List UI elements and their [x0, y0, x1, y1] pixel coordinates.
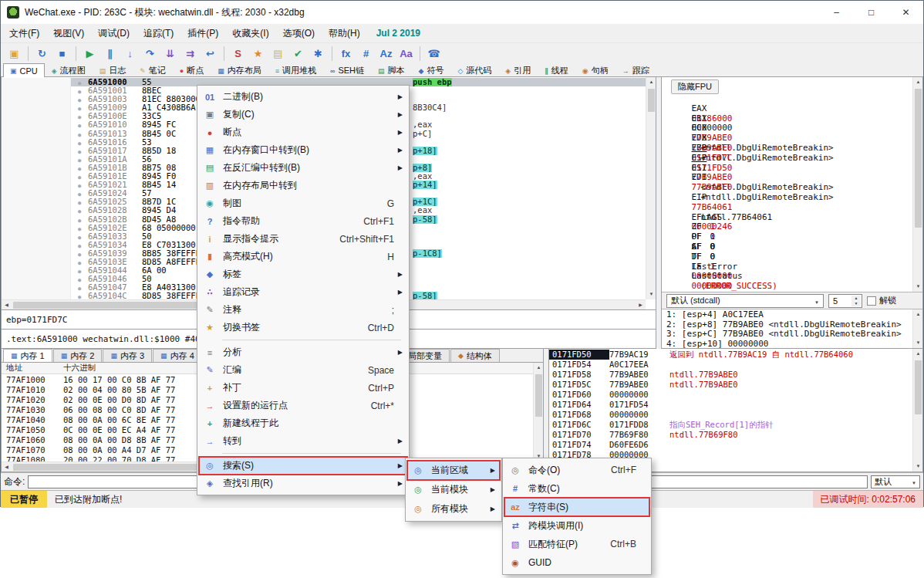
breakpoint-dot-icon[interactable] [71, 275, 88, 283]
menubar-options[interactable]: 选项(O) [276, 24, 322, 42]
run-button[interactable]: ▶ [80, 45, 99, 63]
menu-item-search-pattern[interactable]: ▧ 匹配特征(P) Ctrl+B [504, 535, 649, 553]
menu-item-search-intermodular-calls[interactable]: ⇄ 跨模块调用(I) [504, 516, 649, 535]
tab-log[interactable]: ▤ 日志 [93, 63, 133, 77]
menu-item-patch[interactable]: + 补丁 Ctrl+P [199, 379, 407, 397]
breakpoint-dot-icon[interactable] [71, 103, 88, 112]
menu-item-instruction-help[interactable]: ? 指令帮助 Ctrl+F1 [199, 212, 407, 230]
tab-dump-4[interactable]: ▦ 内存 4 [153, 349, 202, 362]
patterns-button[interactable]: # [356, 45, 376, 63]
register-row[interactable]: EAX 01186000 [671, 94, 912, 104]
menu-item-current-module[interactable]: ◎ 当前模块 ▶ [407, 480, 500, 499]
breakpoint-dot-icon[interactable] [71, 181, 88, 189]
breakpoint-dot-icon[interactable] [71, 78, 88, 86]
step-into-button[interactable]: ↓ [120, 45, 140, 63]
argument-count-spinner[interactable]: 5 [828, 294, 862, 308]
menu-item-breakpoint[interactable]: ● 断点 ▶ [199, 123, 407, 141]
scroll-down-arrow[interactable] [913, 338, 922, 348]
breakpoint-dot-icon[interactable] [71, 198, 88, 206]
menubar-plugins[interactable]: 插件(P) [180, 24, 225, 42]
arguments-vscrollbar[interactable] [912, 309, 922, 348]
tab-references[interactable]: ◈ 引用 [498, 63, 538, 77]
menu-item-analysis[interactable]: ≡ 分析 ▶ [199, 343, 407, 361]
scroll-left-arrow[interactable] [2, 300, 12, 310]
breakpoint-dot-icon[interactable] [71, 95, 88, 103]
breakpoint-dot-icon[interactable] [71, 147, 88, 155]
execute-till-return-button[interactable]: ↩ [201, 45, 220, 63]
menubar-file[interactable]: 文件(F) [2, 24, 46, 42]
breakpoint-dot-icon[interactable] [71, 283, 88, 292]
pause-button[interactable]: ∥ [100, 45, 120, 63]
tab-dump-2[interactable]: ▦ 内存 2 [53, 349, 103, 362]
step-over-button[interactable]: ↷ [140, 45, 160, 63]
argument-line[interactable]: 3: [esp+C] 77B9ABE0 <ntdll.DbgUiRemoteBr… [666, 330, 912, 340]
tab-trace[interactable]: → 跟踪 [615, 63, 656, 77]
minimize-button[interactable]: – [819, 1, 854, 24]
tab-graph[interactable]: ◈ 流程图 [45, 63, 93, 77]
stack-row[interactable]: 0171FD60 00000000 [549, 390, 922, 400]
breakpoint-dot-icon[interactable] [71, 189, 88, 198]
breakpoint-dot-icon[interactable] [71, 258, 88, 266]
menu-item-follow-in-memory-map[interactable]: ▥ 在内存布局中转到 [199, 177, 407, 194]
menu-item-trace-record[interactable]: ∴ 追踪记录 ▶ [199, 283, 407, 301]
breakpoint-dot-icon[interactable] [71, 120, 88, 129]
breakpoint-dot-icon[interactable] [71, 249, 88, 258]
menu-item-goto[interactable]: → 转到 ▶ [199, 432, 407, 450]
breakpoint-dot-icon[interactable] [71, 172, 88, 181]
preferences-button[interactable]: ✔ [288, 45, 308, 63]
tab-symbols[interactable]: ◆ 符号 [412, 63, 451, 77]
disassembly-vscrollbar[interactable] [646, 77, 656, 299]
breakpoint-dot-icon[interactable] [71, 206, 88, 215]
scroll-up-arrow[interactable] [913, 349, 923, 359]
breakpoint-dot-icon[interactable] [71, 86, 88, 95]
case-button[interactable]: Aa [396, 45, 416, 63]
restart-button[interactable]: ↻ [32, 45, 52, 63]
stack-row[interactable]: 0171FD54 A0C17EEA [549, 360, 922, 370]
stack-row[interactable]: 0171FD64 0171FD54 [549, 400, 922, 410]
stack-vscrollbar[interactable] [912, 349, 922, 472]
menu-item-copy[interactable]: ▣ 复制(C) ▶ [199, 106, 407, 123]
trace-into-button[interactable]: ⇊ [160, 45, 180, 63]
settings-button[interactable]: ✱ [309, 45, 328, 63]
scroll-down-arrow[interactable] [646, 289, 656, 299]
stack-row[interactable]: 0171FD68 00000000 [549, 410, 922, 420]
tab-source[interactable]: ◇ 源代码 [450, 63, 498, 77]
scroll-left-arrow[interactable] [2, 462, 12, 472]
tab-threads[interactable]: ∥ 线程 [538, 63, 575, 77]
menu-item-binary[interactable]: 01 二进制(B) ▶ [199, 88, 407, 106]
notes-button[interactable]: ▤ [268, 45, 288, 63]
menu-item-set-new-origin[interactable]: → 设置新的运行点 Ctrl+* [199, 397, 407, 414]
menu-item-show-mnemonic-brief[interactable]: i 显示指令提示 Ctrl+Shift+F1 [199, 230, 407, 248]
open-file-button[interactable]: ▣ [5, 45, 24, 63]
tab-memory-map[interactable]: ▦ 内存布局 [211, 63, 268, 77]
tab-handles[interactable]: ◉ 句柄 [575, 63, 615, 77]
tab-struct[interactable]: ◆ 结构体 [450, 349, 500, 362]
breakpoint-dot-icon[interactable] [71, 224, 88, 232]
scroll-up-arrow[interactable] [646, 77, 656, 87]
menubar-help[interactable]: 帮助(H) [322, 24, 367, 42]
tab-notes[interactable]: ✎ 笔记 [133, 63, 173, 77]
stack-row[interactable]: 0171FD5C 77B9ABE0 ntdll.77B9ABE0 [549, 380, 922, 390]
menubar-view[interactable]: 视图(V) [46, 24, 91, 42]
text-search-button[interactable]: Az [376, 45, 396, 63]
tab-cpu[interactable]: ▣ CPU [3, 63, 45, 77]
menu-item-label[interactable]: ◆ 标签 ▶ [199, 265, 407, 283]
tab-dump-3[interactable]: ▦ 内存 3 [103, 349, 152, 362]
menu-item-comment[interactable]: ✎ 注释 ; [199, 301, 407, 319]
calculator-button[interactable]: fx [336, 45, 356, 63]
breakpoint-dot-icon[interactable] [71, 130, 88, 138]
menu-item-assemble[interactable]: ✎ 汇编 Space [199, 361, 407, 379]
trace-over-button[interactable]: ⇉ [180, 45, 200, 63]
stack-row[interactable]: 0171FD6C 0171FDD8 指向SEH_Record[1]的指针 [549, 420, 922, 430]
scroll-thumb[interactable] [535, 374, 542, 417]
menubar-trace[interactable]: 追踪(T) [137, 24, 180, 42]
menu-item-highlight-mode[interactable]: ▮ 高亮模式(H) H [199, 248, 407, 265]
menu-item-follow-in-dump[interactable]: ▦ 在内存窗口中转到(B) ▶ [199, 141, 407, 159]
breakpoint-dot-icon[interactable] [71, 232, 88, 241]
scroll-up-arrow[interactable] [534, 363, 544, 373]
scroll-thumb[interactable] [915, 89, 922, 228]
menu-item-follow-in-disassembler[interactable]: ▤ 在反汇编中转到(B) ▶ [199, 159, 407, 177]
unlock-checkbox[interactable]: 解锁 [867, 295, 896, 306]
menu-item-new-thread-here[interactable]: + 新建线程于此 [199, 414, 407, 432]
spinner-down-icon[interactable] [851, 301, 861, 306]
